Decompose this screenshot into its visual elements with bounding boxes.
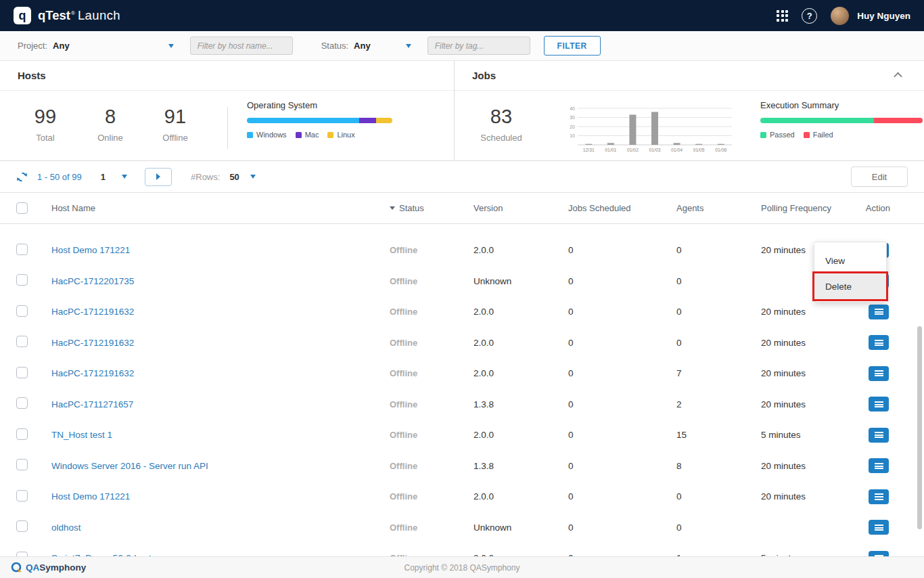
project-label: Project: [18, 41, 47, 51]
host-version: 2.0.0 [459, 430, 553, 440]
host-name-link[interactable]: HacPC-1712191632 [51, 368, 134, 378]
host-name-filter-input[interactable] [190, 37, 293, 55]
header-status[interactable]: Status [376, 203, 459, 213]
row-action-menu-button[interactable] [869, 458, 889, 473]
header-host-name[interactable]: Host Name [38, 203, 376, 213]
refresh-button[interactable] [16, 171, 28, 183]
row-action-menu-button[interactable] [869, 489, 889, 504]
stat-label: Online [89, 133, 131, 143]
hosts-total-stat: 99 Total [24, 106, 66, 143]
page-dropdown[interactable]: 1 [101, 172, 127, 182]
table-row: oldhostOfflineUnknown00 [0, 512, 924, 543]
chevron-right-icon [156, 173, 160, 180]
row-checkbox[interactable] [16, 520, 28, 532]
row-action-menu-button[interactable] [869, 551, 889, 556]
status-value: Any [354, 41, 371, 51]
host-name-link[interactable]: TN_Host test 1 [51, 430, 112, 440]
host-version: 2.0.0 [459, 307, 553, 317]
host-name-link[interactable]: HacPC-1712191632 [51, 307, 134, 317]
operating-system-chart: Operating System WindowsMacLinux [247, 100, 392, 139]
svg-text:20: 20 [570, 125, 575, 129]
next-page-button[interactable] [145, 168, 172, 186]
row-checkbox[interactable] [16, 552, 28, 556]
row-action-menu-button[interactable] [869, 335, 889, 350]
polling-frequency: 5 minutes [746, 430, 854, 440]
jobs-scheduled-count: 0 [553, 276, 662, 286]
table-row: Host Demo 171221Offline2.0.00020 minutes [0, 481, 924, 512]
vertical-scrollbar[interactable] [917, 326, 922, 529]
row-checkbox[interactable] [16, 244, 28, 255]
row-action-menu: View Delete [814, 242, 887, 303]
host-status: Offline [376, 430, 459, 440]
chevron-up-icon [894, 72, 902, 81]
page-footer: Copyright © 2018 QASymphony QASymphony [0, 556, 924, 578]
row-checkbox[interactable] [16, 367, 28, 378]
user-avatar[interactable] [831, 7, 849, 25]
hosts-online-stat: 8 Online [89, 106, 131, 143]
table-row: ScriptZeDemo-56-0-hostOffline2.0.0015 mi… [0, 543, 924, 556]
user-name[interactable]: Huy Nguyen [857, 11, 910, 21]
rows-per-page-dropdown[interactable]: 50 [229, 172, 255, 182]
legend-label: Windows [256, 131, 287, 139]
header-polling-frequency[interactable]: Polling Frequency [746, 203, 854, 213]
legend-item: Passed [760, 131, 795, 139]
row-checkbox[interactable] [16, 305, 28, 317]
collapse-panel-button[interactable] [889, 68, 906, 84]
header-agents[interactable]: Agents [662, 203, 746, 213]
navbar-right: ? Huy Nguyen [777, 7, 910, 25]
row-action-menu-button[interactable] [869, 397, 889, 412]
edit-button[interactable]: Edit [851, 166, 908, 187]
row-checkbox[interactable] [16, 459, 28, 470]
apps-grid-icon[interactable] [777, 10, 788, 22]
host-name-link[interactable]: Windows Server 2016 - Server run API [51, 461, 208, 471]
svg-text:01/04: 01/04 [671, 148, 683, 152]
host-name-link[interactable]: oldhost [51, 523, 81, 533]
jobs-scheduled-count: 0 [553, 245, 662, 255]
table-body: Host Demo 171221Offline2.0.00020 minutes… [0, 224, 924, 556]
polling-frequency: 20 minutes [746, 461, 854, 471]
menu-item-delete[interactable]: Delete [814, 273, 886, 299]
tag-filter-input[interactable] [428, 37, 530, 55]
row-checkbox[interactable] [16, 274, 28, 286]
qasymphony-logo[interactable]: QASymphony [11, 562, 86, 573]
row-checkbox[interactable] [16, 397, 28, 409]
header-jobs-scheduled[interactable]: Jobs Scheduled [553, 203, 662, 213]
row-checkbox[interactable] [16, 336, 28, 347]
filter-button[interactable]: FILTER [544, 36, 601, 55]
legend-label: Passed [770, 131, 795, 139]
header-version[interactable]: Version [459, 203, 553, 213]
help-icon[interactable]: ? [802, 8, 817, 24]
status-dropdown[interactable]: Status: Any [321, 41, 411, 51]
chevron-down-icon [168, 44, 174, 48]
table-row: HacPC-1711271657Offline1.3.80220 minutes [0, 389, 924, 420]
row-checkbox[interactable] [16, 490, 28, 502]
table-header: Host Name Status Version Jobs Scheduled … [0, 193, 924, 224]
select-all-checkbox[interactable] [16, 202, 28, 214]
project-dropdown[interactable]: Project: Any [18, 41, 174, 51]
jobs-scheduled-count: 0 [553, 523, 662, 533]
row-action-menu-button[interactable] [869, 305, 889, 319]
chevron-down-icon [250, 175, 256, 179]
table-row: Windows Server 2016 - Server run APIOffl… [0, 451, 924, 482]
host-status: Offline [376, 368, 459, 378]
host-name-link[interactable]: HacPC-1712201735 [51, 276, 134, 286]
host-version: 1.3.8 [459, 399, 553, 409]
svg-text:01/05: 01/05 [693, 148, 705, 152]
chevron-down-icon [406, 44, 411, 48]
host-name-link[interactable]: HacPC-1712191632 [51, 338, 134, 348]
host-status: Offline [376, 307, 459, 317]
polling-frequency: 20 minutes [746, 491, 854, 502]
row-action-menu-button[interactable] [869, 520, 889, 535]
hamburger-menu-icon [875, 463, 883, 470]
host-name-link[interactable]: Host Demo 171221 [51, 491, 130, 502]
menu-item-view[interactable]: View [814, 248, 886, 273]
row-action-menu-button[interactable] [869, 428, 889, 443]
table-row: HacPC-1712191632Offline2.0.00020 minutes [0, 328, 924, 359]
hamburger-menu-icon [875, 493, 883, 500]
host-name-link[interactable]: HacPC-1711271657 [51, 399, 133, 409]
agents-count: 15 [662, 430, 746, 440]
host-name-link[interactable]: Host Demo 171221 [51, 245, 130, 255]
header-action: Action [854, 203, 924, 213]
row-action-menu-button[interactable] [869, 366, 889, 381]
row-checkbox[interactable] [16, 428, 28, 440]
